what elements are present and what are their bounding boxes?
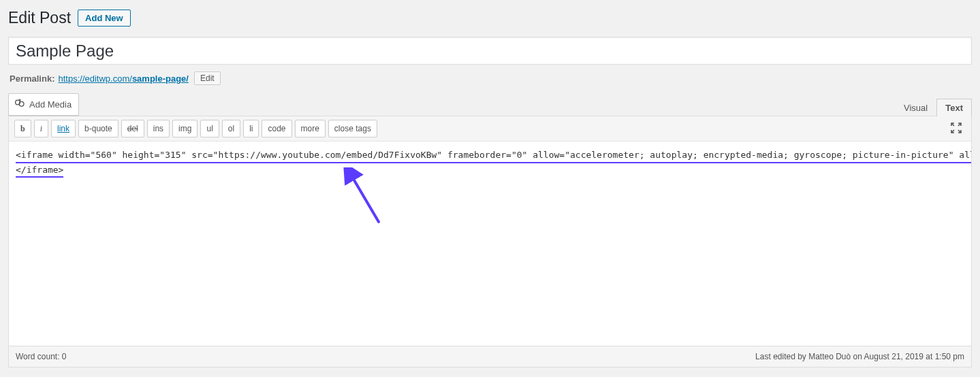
editor-status-bar: Word count: 0 Last edited by Matteo Duò …	[9, 346, 971, 367]
qt-li-button[interactable]: li	[243, 120, 259, 137]
add-media-button[interactable]: Add Media	[8, 93, 79, 116]
editor-textarea[interactable]: <iframe width="560" height="315" src="ht…	[9, 142, 971, 346]
last-edited: Last edited by Matteo Duò on August 21, …	[755, 352, 964, 361]
fullscreen-wrap	[949, 121, 966, 137]
qt-ul-button[interactable]: ul	[200, 120, 219, 137]
post-title-input[interactable]	[8, 37, 972, 65]
media-tabs-row: Add Media Visual Text	[8, 93, 972, 116]
qt-bold-button[interactable]: b	[14, 120, 31, 137]
qt-close-button[interactable]: close tags	[328, 120, 377, 137]
qt-ins-button[interactable]: ins	[147, 120, 170, 137]
fullscreen-icon[interactable]	[949, 121, 963, 135]
qt-italic-button[interactable]: i	[34, 120, 48, 137]
tab-visual[interactable]: Visual	[895, 99, 936, 116]
media-icon	[14, 97, 26, 112]
editor-tabs: Visual Text	[895, 98, 972, 116]
permalink-edit-button[interactable]: Edit	[194, 71, 221, 85]
qt-bquote-button[interactable]: b-quote	[78, 120, 118, 137]
page-title: Edit Post	[8, 8, 71, 29]
editor-line-2: </iframe>	[16, 163, 63, 178]
editor-line-1: <iframe width="560" height="315" src="ht…	[16, 148, 971, 163]
editor-box: b i link b-quote del ins img ul ol li co…	[8, 116, 972, 367]
qt-code-button[interactable]: code	[262, 120, 291, 137]
add-media-label: Add Media	[29, 99, 72, 110]
page-header: Edit Post Add New	[8, 8, 972, 29]
add-new-button[interactable]: Add New	[78, 10, 131, 27]
qt-link-button[interactable]: link	[51, 120, 76, 137]
qt-more-button[interactable]: more	[295, 120, 326, 137]
qt-img-button[interactable]: img	[172, 120, 197, 137]
tab-text[interactable]: Text	[936, 99, 972, 116]
permalink-link[interactable]: https://editwp.com/sample-page/	[58, 73, 188, 84]
permalink-label: Permalink:	[10, 73, 54, 84]
word-count: Word count: 0	[16, 352, 66, 361]
qt-del-button[interactable]: del	[121, 120, 144, 137]
quicktags-toolbar: b i link b-quote del ins img ul ol li co…	[9, 116, 971, 142]
title-input-wrap	[8, 37, 972, 65]
permalink-row: Permalink: https://editwp.com/sample-pag…	[8, 71, 972, 93]
qt-ol-button[interactable]: ol	[222, 120, 240, 137]
